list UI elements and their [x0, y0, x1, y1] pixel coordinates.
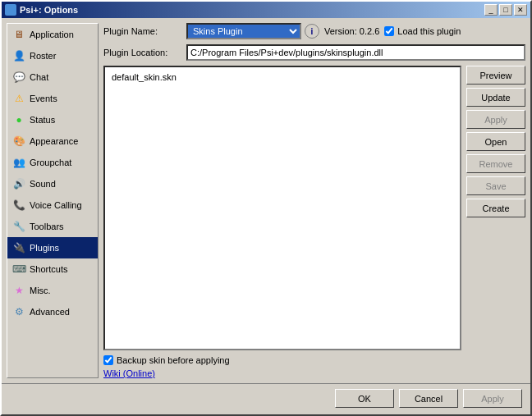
plugin-location-label: Plugin Location:: [103, 48, 181, 57]
version-text: Version: 0.2.6: [324, 26, 379, 36]
plugins-icon: 🔌: [12, 241, 25, 254]
sidebar-item-status[interactable]: ● Status: [7, 109, 98, 130]
footer-apply-button[interactable]: Apply: [463, 389, 522, 408]
plugin-name-label: Plugin Name:: [103, 26, 181, 36]
application-icon: 🖥: [12, 28, 25, 41]
sidebar-label-groupchat: Groupchat: [30, 158, 71, 167]
sidebar-label-advanced: Advanced: [30, 307, 70, 317]
maximize-button[interactable]: □: [499, 4, 512, 16]
backup-checkbox[interactable]: [103, 355, 113, 365]
sidebar-label-appearance: Appearance: [30, 136, 78, 146]
options-window: Psi+: Options _ □ ✕ 🖥 Application 👤 Rost…: [0, 0, 532, 416]
sidebar-label-events: Events: [30, 94, 57, 103]
voice-icon: 📞: [12, 199, 25, 212]
sidebar-label-toolbars: Toolbars: [30, 222, 64, 231]
roster-icon: 👤: [12, 49, 25, 62]
sidebar-item-roster[interactable]: 👤 Roster: [7, 45, 98, 66]
sidebar-label-roster: Roster: [30, 51, 56, 61]
save-button[interactable]: Save: [466, 176, 525, 195]
list-item: default_skin.skn: [108, 71, 456, 84]
sidebar-item-plugins[interactable]: 🔌 Plugins: [7, 237, 98, 258]
info-button[interactable]: i: [305, 24, 319, 39]
create-button[interactable]: Create: [466, 199, 525, 217]
sidebar-label-shortcuts: Shortcuts: [30, 264, 67, 274]
content-area: 🖥 Application 👤 Roster 💬 Chat ⚠ Events ●…: [2, 18, 530, 383]
plugin-location-row: Plugin Location:: [103, 44, 525, 61]
sidebar-label-voice: Voice Calling: [30, 200, 82, 210]
sidebar-label-misc: Misc.: [30, 286, 51, 295]
side-buttons: Preview Update Apply Open Remove Save Cr…: [466, 66, 525, 350]
misc-icon: ★: [12, 284, 25, 297]
sidebar-item-chat[interactable]: 💬 Chat: [7, 66, 98, 88]
plugin-name-select[interactable]: Skins Plugin: [186, 23, 301, 39]
groupchat-icon: 👥: [12, 156, 25, 169]
shortcuts-icon: ⌨: [12, 263, 25, 276]
preview-button[interactable]: Preview: [466, 66, 525, 85]
sidebar-label-plugins: Plugins: [30, 243, 59, 253]
cancel-button[interactable]: Cancel: [399, 389, 458, 408]
sidebar-item-events[interactable]: ⚠ Events: [7, 88, 98, 109]
minimize-button[interactable]: _: [484, 4, 498, 16]
sidebar-item-appearance[interactable]: 🎨 Appearance: [7, 130, 98, 152]
appearance-icon: 🎨: [12, 135, 25, 148]
remove-button[interactable]: Remove: [466, 154, 525, 173]
status-icon: ●: [12, 113, 25, 126]
advanced-icon: ⚙: [12, 305, 25, 318]
title-bar: Psi+: Options _ □ ✕: [2, 2, 530, 18]
sidebar-item-sound[interactable]: 🔊 Sound: [7, 173, 98, 194]
plugin-name-row: Plugin Name: Skins Plugin i Version: 0.2…: [103, 23, 525, 39]
window-title: Psi+: Options: [20, 5, 78, 15]
ok-button[interactable]: OK: [335, 389, 394, 408]
window-icon: [5, 4, 16, 16]
sidebar-item-toolbars[interactable]: 🔧 Toolbars: [7, 216, 98, 237]
backup-row: Backup skin before applying: [103, 355, 525, 365]
file-list[interactable]: default_skin.skn: [103, 66, 461, 350]
events-icon: ⚠: [12, 92, 25, 105]
sidebar-item-groupchat[interactable]: 👥 Groupchat: [7, 152, 98, 173]
toolbars-icon: 🔧: [12, 220, 25, 233]
sidebar-item-advanced[interactable]: ⚙ Advanced: [7, 301, 98, 322]
load-plugin-label: Load this plugin: [397, 26, 461, 36]
sidebar-item-shortcuts[interactable]: ⌨ Shortcuts: [7, 258, 98, 280]
sidebar-item-application[interactable]: 🖥 Application: [7, 24, 98, 45]
open-button[interactable]: Open: [466, 132, 525, 151]
sidebar-label-application: Application: [30, 30, 74, 39]
middle-section: default_skin.skn Preview Update Apply Op…: [103, 66, 525, 350]
chat-icon: 💬: [12, 71, 25, 84]
backup-label: Backup skin before applying: [117, 355, 230, 365]
sound-icon: 🔊: [12, 177, 25, 190]
sidebar-label-sound: Sound: [30, 179, 56, 189]
sidebar-item-voice[interactable]: 📞 Voice Calling: [7, 194, 98, 216]
main-panel: Plugin Name: Skins Plugin i Version: 0.2…: [103, 23, 525, 378]
sidebar-item-misc[interactable]: ★ Misc.: [7, 280, 98, 301]
load-plugin-row: Load this plugin: [384, 26, 461, 36]
plugin-name-combo: Skins Plugin i: [186, 23, 319, 39]
wiki-link[interactable]: Wiki (Online): [103, 368, 525, 378]
close-button[interactable]: ✕: [514, 4, 527, 16]
sidebar-label-status: Status: [30, 115, 55, 125]
sidebar-label-chat: Chat: [30, 72, 48, 82]
footer: OK Cancel Apply: [2, 383, 530, 414]
update-button[interactable]: Update: [466, 88, 525, 107]
apply-button[interactable]: Apply: [466, 110, 525, 129]
bottom-section: Backup skin before applying Wiki (Online…: [103, 355, 525, 378]
load-plugin-checkbox[interactable]: [384, 26, 394, 36]
plugin-location-input[interactable]: [186, 44, 525, 61]
sidebar: 🖥 Application 👤 Roster 💬 Chat ⚠ Events ●…: [7, 23, 99, 378]
